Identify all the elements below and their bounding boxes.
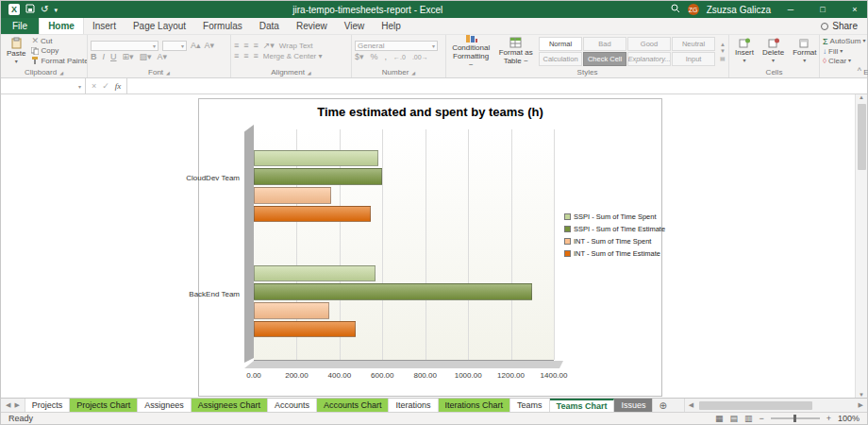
horizontal-scroll-thumb[interactable] — [699, 401, 812, 410]
page-break-view-icon[interactable]: ▥ — [744, 414, 753, 423]
chart[interactable]: Time estimated and spent by teams (h) Cl… — [198, 98, 662, 397]
search-icon[interactable] — [671, 4, 680, 15]
align-left-icon[interactable]: ≡ — [234, 52, 239, 60]
chart-title[interactable]: Time estimated and spent by teams (h) — [199, 105, 661, 119]
format-as-table-button[interactable]: Format as Table ~ — [495, 36, 536, 67]
fill-color-icon[interactable]: ▨▾ — [140, 53, 152, 61]
sheet-tab-projects-chart[interactable]: Projects Chart — [70, 399, 138, 412]
hscroll-right-icon[interactable]: ▶ — [855, 401, 867, 409]
ribbon-tab-review[interactable]: Review — [288, 18, 336, 34]
bold-button[interactable]: B — [91, 53, 97, 61]
qat-customize-icon[interactable]: ▾ — [54, 7, 58, 13]
conditional-formatting-button[interactable]: Conditional Formatting ~ — [449, 35, 492, 67]
sheet-tab-iterations-chart[interactable]: Iterations Chart — [439, 399, 511, 412]
vertical-scroll-thumb[interactable] — [858, 104, 866, 170]
legend-item-int-sum-of-time-spent[interactable]: INT - Sum of Time Spent — [564, 237, 660, 246]
collapse-ribbon-icon[interactable]: ^ — [858, 66, 861, 76]
sheet-tab-accounts-chart[interactable]: Accounts Chart — [317, 399, 390, 412]
sheet-tab-issues[interactable]: Issues — [614, 399, 653, 412]
increase-decimal-icon[interactable]: ←.0 — [393, 54, 406, 60]
comma-style-icon[interactable]: , — [385, 53, 388, 61]
font-name-combo[interactable]: ▾ — [91, 41, 159, 51]
ribbon-tab-help[interactable]: Help — [373, 18, 409, 34]
align-top-icon[interactable]: ≡ — [234, 42, 239, 50]
bar-clouddev-team-int-sum-of-time-estimate[interactable] — [254, 206, 371, 223]
bar-backend-team-int-sum-of-time-estimate[interactable] — [254, 321, 356, 338]
legend-item-int-sum-of-time-estimate[interactable]: INT - Sum of Time Estimate — [564, 249, 660, 258]
cell-style-bad[interactable]: Bad — [583, 37, 626, 51]
sheet-tab-accounts[interactable]: Accounts — [268, 399, 317, 412]
bar-clouddev-team-int-sum-of-time-spent[interactable] — [254, 187, 331, 204]
user-avatar[interactable]: ZG — [688, 4, 699, 15]
zoom-slider[interactable] — [771, 417, 820, 419]
zoom-level[interactable]: 100% — [838, 414, 860, 423]
cell-style-input[interactable]: Input — [672, 52, 715, 66]
zoom-in-icon[interactable]: + — [826, 414, 831, 423]
ribbon-tab-view[interactable]: View — [336, 18, 374, 34]
bar-clouddev-team-sspi-sum-of-time-spent[interactable] — [254, 150, 378, 167]
format-painter-button[interactable]: Format Painter — [31, 57, 87, 65]
italic-button[interactable]: I — [103, 53, 106, 61]
new-sheet-button[interactable]: ⊕ — [653, 399, 672, 412]
autosum-button[interactable]: ΣAutoSum▾ — [823, 37, 866, 46]
font-dialog-launcher-icon[interactable]: ◢ — [166, 70, 170, 76]
horizontal-scrollbar[interactable]: ◀ ▶ — [684, 399, 867, 412]
bar-backend-team-sspi-sum-of-time-spent[interactable] — [254, 265, 376, 282]
borders-icon[interactable]: ⊞▾ — [123, 53, 134, 61]
sheet-nav-left-icon[interactable]: ◀ — [6, 401, 10, 409]
normal-view-icon[interactable]: ▦ — [715, 414, 724, 423]
shrink-font-icon[interactable]: A▾ — [205, 42, 215, 50]
name-box[interactable]: ▾ — [1, 78, 86, 94]
legend-item-sspi-sum-of-time-spent[interactable]: SSPI - Sum of Time Spent — [564, 212, 660, 221]
sheet-tab-projects[interactable]: Projects — [25, 399, 71, 412]
minimize-button[interactable]: ─ — [778, 1, 803, 18]
ribbon-tab-data[interactable]: Data — [251, 18, 288, 34]
maximize-button[interactable]: □ — [810, 1, 835, 18]
fill-button[interactable]: ↓Fill▾ — [823, 47, 866, 56]
font-size-combo[interactable]: ▾ — [162, 41, 187, 51]
wrap-text-button[interactable]: Wrap Text — [279, 42, 313, 50]
clipboard-dialog-launcher-icon[interactable]: ◢ — [59, 70, 63, 76]
cell-style-normal[interactable]: Normal — [539, 37, 582, 51]
sheet-nav-right-icon[interactable]: ▶ — [14, 401, 19, 409]
sheet-tab-teams[interactable]: Teams — [510, 399, 550, 412]
font-color-icon[interactable]: A▾ — [158, 53, 168, 61]
insert-function-icon[interactable]: fx — [115, 81, 122, 91]
alignment-dialog-launcher-icon[interactable]: ◢ — [308, 70, 311, 76]
ribbon-tab-file[interactable]: File — [1, 18, 39, 34]
number-format-combo[interactable]: General▾ — [355, 41, 438, 51]
hscroll-left-icon[interactable]: ◀ — [685, 401, 697, 409]
cell-style-neutral[interactable]: Neutral — [672, 37, 715, 51]
user-name[interactable]: Zsuzsa Galicza — [707, 5, 771, 15]
number-dialog-launcher-icon[interactable]: ◢ — [411, 70, 415, 76]
undo-icon[interactable]: ↺ — [41, 5, 48, 14]
merge-center-button[interactable]: Merge & Center ▾ — [263, 53, 323, 60]
align-center-icon[interactable]: ≡ — [243, 52, 248, 60]
align-middle-icon[interactable]: ≡ — [243, 42, 248, 50]
scroll-down-icon[interactable]: ▼ — [859, 392, 864, 398]
cell-style-explanatory[interactable]: Explanatory... — [627, 52, 671, 66]
paste-button[interactable]: Paste ▾ — [4, 36, 28, 65]
ribbon-tab-insert[interactable]: Insert — [84, 18, 125, 34]
styles-gallery-arrows[interactable]: ▲▼▤ — [718, 42, 726, 61]
align-right-icon[interactable]: ≡ — [254, 52, 259, 60]
sheet-tab-teams-chart[interactable]: Teams Chart — [550, 399, 615, 412]
zoom-out-icon[interactable]: − — [759, 414, 763, 423]
sheet-tab-assignees-chart[interactable]: Assignees Chart — [192, 399, 268, 412]
legend-item-sspi-sum-of-time-estimate[interactable]: SSPI - Sum of Time Estimate — [564, 225, 660, 233]
ribbon-tab-home[interactable]: Home — [39, 18, 84, 34]
bar-backend-team-int-sum-of-time-spent[interactable] — [254, 302, 329, 319]
clear-button[interactable]: ◊Clear▾ — [823, 57, 866, 65]
decrease-decimal-icon[interactable]: .00→ — [412, 54, 428, 60]
align-bottom-icon[interactable]: ≡ — [254, 42, 259, 50]
share-button[interactable]: Share — [811, 18, 867, 34]
bar-clouddev-team-sspi-sum-of-time-estimate[interactable] — [254, 168, 382, 185]
grow-font-icon[interactable]: A▴ — [191, 42, 201, 50]
plot-area[interactable] — [254, 129, 554, 361]
bar-backend-team-sspi-sum-of-time-estimate[interactable] — [254, 283, 532, 300]
format-cells-button[interactable]: Format▾ — [790, 37, 819, 64]
cell-style-calculation[interactable]: Calculation — [539, 52, 582, 66]
ribbon-tab-page-layout[interactable]: Page Layout — [125, 18, 194, 34]
cell-style-good[interactable]: Good — [627, 37, 671, 51]
formula-input[interactable] — [127, 78, 867, 94]
